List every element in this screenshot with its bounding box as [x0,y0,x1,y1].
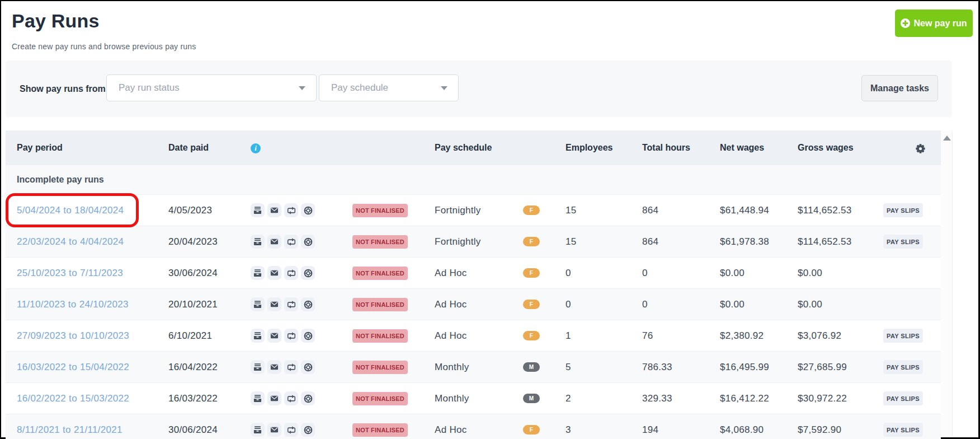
manage-tasks-button[interactable]: Manage tasks [861,75,938,101]
support-icon-button[interactable] [301,203,315,217]
email-icon [270,206,279,214]
recalculate-icon-button[interactable] [284,360,298,374]
pay-period-link[interactable]: 11/10/2023 to 24/10/2023 [17,299,168,310]
recalculate-icon-button[interactable] [284,203,298,217]
total-hours-value: 76 [642,330,720,342]
support-icon-button[interactable] [301,423,315,437]
net-wages-value: $0.00 [720,299,798,310]
pay-slips-icon [253,300,262,309]
recalculate-icon-button[interactable] [284,391,298,405]
table-scrollbar[interactable] [941,130,953,437]
pay-period-link[interactable]: 25/10/2023 to 7/11/2023 [17,268,168,279]
recalculate-icon-button[interactable] [284,329,298,343]
pay-slips-icon-button[interactable] [251,203,265,217]
pay-slips-icon-button[interactable] [251,266,265,280]
gross-wages-value: $3,076.92 [798,330,883,342]
pay-period-link[interactable]: 27/09/2023 to 10/10/2023 [17,330,168,342]
pay-schedule-value: Monthly [435,393,523,404]
column-header-total-hours: Total hours [642,143,720,153]
column-header-date-paid: Date paid [168,143,251,153]
pay-schedule-select[interactable]: Pay schedule [319,74,459,101]
support-icon-button[interactable] [301,360,315,374]
status-badge: NOT FINALISED [352,423,408,437]
email-icon-button[interactable] [267,423,281,437]
pay-schedule-value: Ad Hoc [435,268,523,279]
gear-icon[interactable] [916,144,925,153]
status-badge: NOT FINALISED [352,204,408,217]
email-icon-button[interactable] [267,391,281,405]
chevron-down-icon [299,86,305,90]
pay-period-link[interactable]: 16/02/2022 to 15/03/2022 [17,393,168,404]
net-wages-value: $16,412.22 [720,393,798,404]
pay-slips-button[interactable]: PAY SLIPS [883,203,923,217]
pay-run-status-select[interactable]: Pay run status [106,74,317,101]
status-badge: NOT FINALISED [352,235,408,249]
pay-slips-icon [253,237,262,246]
pay-slips-icon-button[interactable] [251,423,265,437]
email-icon-button[interactable] [267,235,281,249]
column-header-employees: Employees [566,143,642,153]
support-icon-button[interactable] [301,329,315,343]
recalculate-icon-button[interactable] [284,297,298,311]
new-pay-run-button[interactable]: New pay run [895,10,973,37]
support-icon-button[interactable] [301,297,315,311]
date-paid-value: 6/10/2021 [168,330,251,342]
pay-period-link[interactable]: 5/04/2024 to 18/04/2024 [17,205,168,216]
email-icon [270,300,279,309]
pay-schedule-value: Fortnightly [435,205,523,216]
email-icon-button[interactable] [267,203,281,217]
column-header-pay-period: Pay period [17,143,168,153]
date-paid-value: 30/06/2024 [168,424,251,436]
employees-value: 15 [566,205,642,216]
pay-slips-icon-button[interactable] [251,329,265,343]
date-paid-value: 16/03/2022 [168,393,251,404]
recalculate-icon [287,269,296,278]
pay-slips-button[interactable]: PAY SLIPS [883,235,923,249]
pay-period-link[interactable]: 22/03/2024 to 4/04/2024 [17,236,168,247]
pay-slips-icon-button[interactable] [251,235,265,249]
pay-slips-icon-button[interactable] [251,360,265,374]
pay-period-link[interactable]: 8/11/2021 to 21/11/2021 [17,424,168,436]
new-pay-run-label: New pay run [913,18,967,29]
status-badge: NOT FINALISED [352,361,408,374]
pay-run-status-placeholder: Pay run status [107,82,180,94]
net-wages-value: $16,495.99 [720,362,798,373]
email-icon-button[interactable] [267,266,281,280]
recalculate-icon-button[interactable] [284,235,298,249]
employees-value: 0 [566,299,642,310]
pay-slips-icon-button[interactable] [251,391,265,405]
pay-slips-icon [253,206,262,214]
email-icon-button[interactable] [267,329,281,343]
email-icon-button[interactable] [267,297,281,311]
schedule-badge-f: F [523,425,540,435]
email-icon-button[interactable] [267,360,281,374]
total-hours-value: 194 [642,424,720,436]
info-icon[interactable]: i [251,143,261,153]
pay-slips-button[interactable]: PAY SLIPS [883,360,923,374]
pay-schedule-value: Monthly [435,362,523,373]
recalculate-icon [287,331,296,340]
recalculate-icon-button[interactable] [284,266,298,280]
date-paid-value: 4/05/2023 [168,205,251,216]
pay-slips-button[interactable]: PAY SLIPS [883,423,923,437]
recalculate-icon-button[interactable] [284,423,298,437]
support-icon-button[interactable] [301,235,315,249]
section-label: Incomplete pay runs [17,175,104,185]
gross-wages-value: $30,972.22 [798,393,883,404]
scroll-up-icon[interactable] [943,136,951,141]
pay-period-link[interactable]: 16/03/2022 to 15/04/2022 [17,362,168,373]
status-badge: NOT FINALISED [352,267,408,280]
pay-slips-button[interactable]: PAY SLIPS [883,391,923,405]
gross-wages-value: $114,652.53 [798,236,883,247]
email-icon [270,269,279,277]
schedule-badge-f: F [523,268,540,278]
support-icon-button[interactable] [301,391,315,405]
gross-wages-value: $7,592.90 [798,424,883,436]
support-icon-button[interactable] [301,266,315,280]
support-icon [304,394,313,403]
pay-slips-icon-button[interactable] [251,297,265,311]
pay-slips-button[interactable]: PAY SLIPS [883,329,923,343]
pay-schedule-placeholder: Pay schedule [319,82,388,94]
column-header-net-wages: Net wages [720,143,798,153]
support-icon [304,300,313,309]
